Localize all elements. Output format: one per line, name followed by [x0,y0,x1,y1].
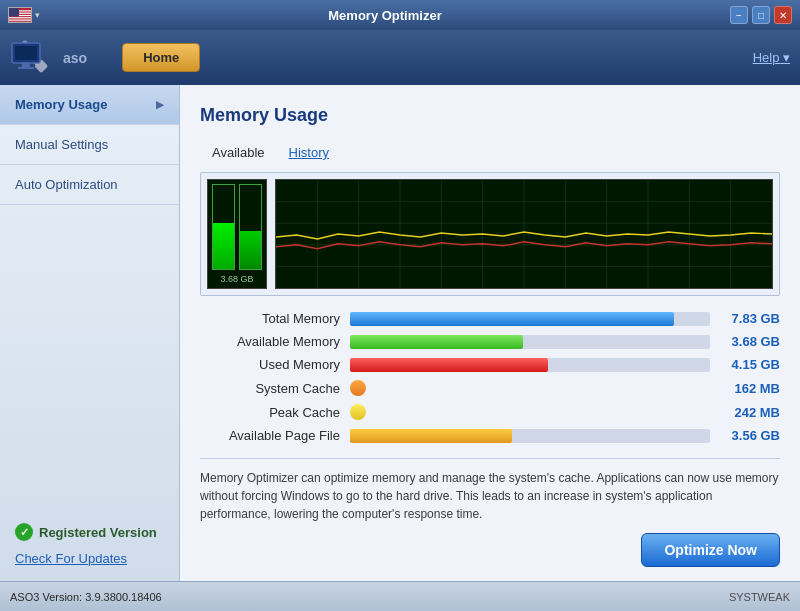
memory-bar-container-available [350,335,710,349]
sidebar-bottom: ✓ Registered Version Check For Updates [0,205,179,581]
memory-bars: Total Memory 7.83 GB Available Memory 3.… [200,311,780,443]
status-bar: ASO3 Version: 3.9.3800.18406 SYSTWEAK [0,581,800,611]
content-area: Memory Usage Available History 3.68 GB [180,85,800,581]
gauge-bars [210,182,264,272]
flag-icon [8,7,32,23]
memory-bar-page-file [350,429,512,443]
sidebar-item-label: Memory Usage [15,97,107,112]
main-layout: Memory Usage ▶ Manual Settings Auto Opti… [0,85,800,581]
svg-rect-15 [18,67,34,69]
version-label: ASO3 Version: 3.9.3800.18406 [10,591,162,603]
sidebar: Memory Usage ▶ Manual Settings Auto Opti… [0,85,180,581]
peak-cache-dot [350,404,366,420]
page-title: Memory Usage [200,105,780,126]
optimize-now-button[interactable]: Optimize Now [641,533,780,567]
sidebar-item-label: Auto Optimization [15,177,118,192]
memory-value-total: 7.83 GB [720,311,780,326]
brand-label: SYSTWEAK [729,591,790,603]
home-button[interactable]: Home [122,43,200,72]
memory-row-used: Used Memory 4.15 GB [200,357,780,372]
logo-area: aso [10,35,87,80]
memory-value-available: 3.68 GB [720,334,780,349]
memory-bar-used [350,358,548,372]
app-logo-icon [10,35,55,80]
memory-row-total: Total Memory 7.83 GB [200,311,780,326]
memory-label-available: Available Memory [200,334,340,349]
aso-label: aso [63,50,87,66]
close-button[interactable]: ✕ [774,6,792,24]
check-updates-link[interactable]: Check For Updates [15,551,164,566]
minimize-button[interactable]: − [730,6,748,24]
sidebar-item-manual-settings[interactable]: Manual Settings [0,125,179,165]
memory-label-used: Used Memory [200,357,340,372]
memory-gauge: 3.68 GB [207,179,267,289]
tab-available[interactable]: Available [200,141,277,164]
memory-value-page-file: 3.56 GB [720,428,780,443]
memory-value-used: 4.15 GB [720,357,780,372]
memory-bar-container-used [350,358,710,372]
memory-bar-available [350,335,523,349]
maximize-button[interactable]: □ [752,6,770,24]
svg-rect-4 [9,17,32,18]
graph-container: 3.68 GB [200,172,780,296]
svg-rect-13 [15,46,37,60]
memory-bar-total [350,312,674,326]
svg-rect-7 [9,8,19,17]
description-text: Memory Optimizer can optimize memory and… [200,458,780,523]
registered-label: Registered Version [39,525,157,540]
chart-svg [276,180,772,288]
sidebar-arrow-icon: ▶ [156,99,164,110]
memory-label-system-cache: System Cache [200,381,340,396]
memory-history-chart [275,179,773,289]
registered-check-icon: ✓ [15,523,33,541]
memory-bar-container-page-file [350,429,710,443]
help-button[interactable]: Help ▾ [753,50,790,65]
memory-row-system-cache: System Cache 162 MB [200,380,780,396]
sidebar-item-label: Manual Settings [15,137,108,152]
memory-bar-container-total [350,312,710,326]
title-bar: ▾ Memory Optimizer − □ ✕ [0,0,800,30]
memory-row-available: Available Memory 3.68 GB [200,334,780,349]
toolbar: aso Home Help ▾ [0,30,800,85]
memory-row-page-file: Available Page File 3.56 GB [200,428,780,443]
language-selector[interactable]: ▾ [8,7,40,23]
memory-value-system-cache: 162 MB [720,381,780,396]
sidebar-item-auto-optimization[interactable]: Auto Optimization [0,165,179,205]
memory-label-total: Total Memory [200,311,340,326]
tab-history[interactable]: History [277,141,341,164]
gauge-label: 3.68 GB [220,272,253,286]
tab-bar: Available History [200,141,780,164]
svg-rect-14 [22,63,30,67]
svg-rect-6 [9,22,32,23]
memory-label-page-file: Available Page File [200,428,340,443]
memory-value-peak-cache: 242 MB [720,405,780,420]
system-cache-dot [350,380,366,396]
app-title: Memory Optimizer [40,8,730,23]
memory-label-peak-cache: Peak Cache [200,405,340,420]
memory-row-peak-cache: Peak Cache 242 MB [200,404,780,420]
registered-badge: ✓ Registered Version [15,523,164,541]
svg-rect-5 [9,20,32,21]
sidebar-item-memory-usage[interactable]: Memory Usage ▶ [0,85,179,125]
window-controls: − □ ✕ [730,6,792,24]
